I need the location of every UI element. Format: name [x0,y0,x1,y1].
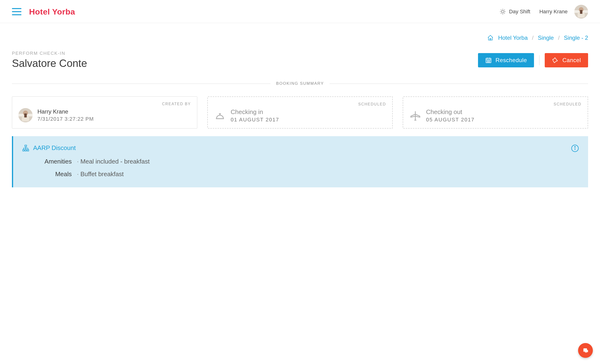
section-divider-booking-summary: BOOKING SUMMARY [12,81,588,86]
svg-rect-12 [490,38,491,40]
breadcrumb-item-room[interactable]: Single - 2 [564,35,588,41]
svg-rect-31 [27,149,28,151]
check-in-date: 01 AUGUST 2017 [231,117,279,123]
svg-point-19 [489,61,490,61]
svg-line-6 [504,13,505,14]
svg-rect-29 [23,149,24,151]
info-icon[interactable] [571,144,579,152]
svg-line-8 [504,10,505,10]
shift-toggle[interactable]: Day Shift [499,8,530,15]
check-out-label: SCHEDULED [409,102,581,106]
amenities-value: Meal included - breakfast [77,158,579,165]
check-out-title: Checking out [426,108,475,116]
meals-value: Buffet breakfast [77,171,579,178]
svg-rect-28 [25,145,27,146]
reschedule-label: Reschedule [496,57,527,64]
section-label: BOOKING SUMMARY [276,81,324,86]
created-by-card: CREATED BY Harry Krane 7/31/2017 3:27:22… [12,96,197,128]
recycle-icon [552,57,559,64]
reschedule-button[interactable]: Reschedule [478,53,534,67]
breadcrumb: Hotel Yorba / Single / Single - 2 [12,35,588,41]
title-row: PERFORM CHECK-IN Salvatore Conte Resched… [12,51,588,69]
created-by-label: CREATED BY [18,102,191,106]
creator-avatar [18,108,33,122]
svg-rect-25 [24,114,27,118]
svg-point-20 [487,62,488,62]
svg-point-17 [487,61,488,61]
sun-icon [499,8,506,15]
svg-point-21 [488,62,489,62]
svg-line-5 [501,10,501,10]
action-buttons: Reschedule Cancel [478,53,588,67]
svg-point-18 [488,61,489,61]
breadcrumb-separator: / [558,35,560,41]
topbar: Hotel Yorba Day Shift Harry Krane [0,0,600,23]
breadcrumb-item-hotel[interactable]: Hotel Yorba [498,35,528,41]
bell-icon [214,110,226,122]
summary-cards: CREATED BY Harry Krane 7/31/2017 3:27:22… [12,96,588,128]
svg-point-0 [502,10,504,13]
amenities-label: Amenities [22,158,77,165]
action-divider [539,55,539,65]
home-icon [487,35,494,41]
svg-point-22 [489,62,490,62]
meals-label: Meals [22,171,77,178]
page-kicker: PERFORM CHECK-IN [12,51,87,56]
check-in-label: SCHEDULED [214,102,386,106]
discount-title-row[interactable]: AARP Discount [22,144,579,152]
breadcrumb-separator: / [532,35,534,41]
check-out-card: SCHEDULED Checking out 05 AUGUST 2017 [403,96,588,128]
user-avatar[interactable] [574,5,588,18]
check-in-card: SCHEDULED Checking in 01 AUGUST 2017 [207,96,393,128]
discount-panel: AARP Discount Amenities Meal included - … [12,136,588,187]
hierarchy-icon [22,145,29,152]
hamburger-menu-icon[interactable] [12,8,21,15]
main-content: Hotel Yorba / Single / Single - 2 PERFOR… [0,23,600,202]
check-out-date: 05 AUGUST 2017 [426,117,475,123]
svg-rect-11 [580,10,582,14]
calendar-icon [485,57,492,64]
discount-title: AARP Discount [33,144,76,152]
plane-icon [409,110,421,122]
breadcrumb-item-single[interactable]: Single [538,35,554,41]
svg-line-7 [501,13,501,14]
current-user-name[interactable]: Harry Krane [539,9,568,15]
check-in-title: Checking in [231,108,279,116]
svg-rect-30 [25,149,27,151]
shift-label: Day Shift [509,9,530,15]
created-datetime: 7/31/2017 3:27:22 PM [38,116,94,122]
page-title: Salvatore Conte [12,57,87,69]
svg-point-38 [575,146,575,147]
brand-logo[interactable]: Hotel Yorba [29,7,75,17]
cancel-label: Cancel [562,57,581,64]
creator-name: Harry Krane [38,108,94,115]
cancel-button[interactable]: Cancel [545,53,588,67]
